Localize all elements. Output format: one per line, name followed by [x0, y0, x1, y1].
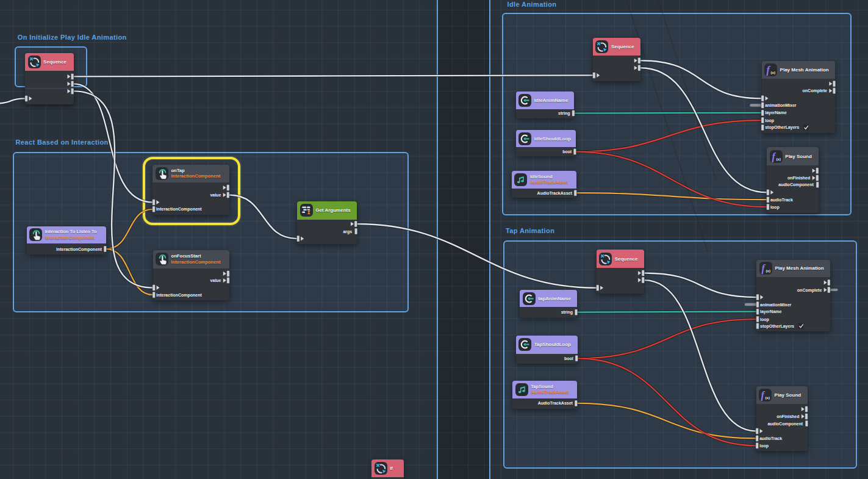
svg-text:loop: loop [765, 118, 774, 123]
svg-text:onComplete: onComplete [803, 88, 828, 93]
svg-text:loop: loop [770, 205, 780, 210]
svg-text:InteractionComponent: InteractionComponent [156, 293, 202, 298]
svg-text:loop: loop [760, 317, 769, 322]
svg-text:animationMixer: animationMixer [760, 303, 792, 307]
svg-text:audioComponent: audioComponent [778, 182, 814, 187]
svg-text:onFinished: onFinished [777, 414, 799, 419]
svg-text:audioTrack: audioTrack [759, 436, 782, 441]
svg-text:layerName: layerName [760, 309, 782, 314]
svg-text:stopOtherLayers: stopOtherLayers [765, 125, 799, 130]
svg-text:value: value [210, 193, 221, 197]
svg-text:layerName: layerName [765, 110, 787, 115]
svg-text:value: value [210, 278, 221, 283]
svg-text:stopOtherLayers: stopOtherLayers [760, 324, 794, 329]
svg-text:InteractionComponent: InteractionComponent [56, 247, 102, 252]
svg-text:string: string [561, 310, 573, 315]
svg-text:args: args [343, 229, 352, 234]
svg-text:AudioTrackAsset: AudioTrackAsset [538, 401, 573, 405]
svg-text:onComplete: onComplete [797, 288, 822, 293]
svg-text:audioComponent: audioComponent [767, 422, 803, 427]
svg-text:audioTrack: audioTrack [770, 198, 793, 202]
svg-text:InteractionComponent: InteractionComponent [156, 207, 202, 212]
svg-text:onFinished: onFinished [787, 176, 810, 180]
svg-text:AudioTrackAsset: AudioTrackAsset [537, 191, 573, 195]
svg-text:loop: loop [759, 444, 769, 448]
svg-text:animationMixer: animationMixer [765, 103, 797, 107]
svg-text:bool: bool [562, 149, 572, 154]
svg-text:bool: bool [564, 356, 573, 361]
svg-text:string: string [558, 111, 570, 116]
